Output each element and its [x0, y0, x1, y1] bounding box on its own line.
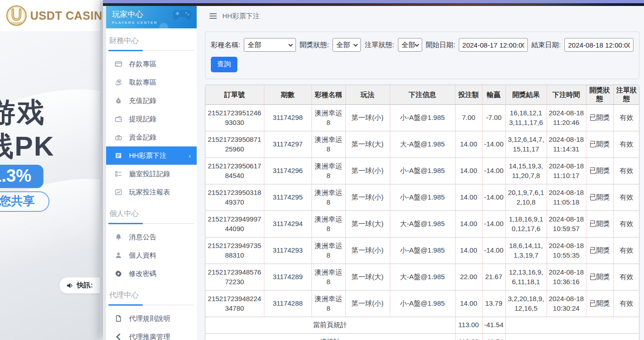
table-row: 215217239508712596031174297澳洲幸运8第一球(大)大-…: [205, 131, 639, 158]
summary-bet-total: 113.00: [455, 317, 482, 334]
column-header-bet-info: 下注信息: [390, 85, 455, 105]
draw-status-select[interactable]: 全部: [333, 38, 361, 52]
table-row: 215217239482243478031174288澳洲幸运8第一球(小)小-…: [205, 291, 639, 317]
cell-play-type: 第一球(大): [345, 131, 390, 158]
section-underline: [108, 223, 194, 224]
background-page: CASINO USDT CASINO 游戏 线PK 1.3% 邀您共享 快訊:: [0, 0, 106, 340]
players-center-drawer: 玩家中心 PLAYERS CENTER 財務中心存款專區取款專區充值記錄提現記錄…: [103, 0, 644, 340]
order-status-select[interactable]: 全部: [398, 38, 422, 52]
cell-draw-status: 已開獎: [586, 291, 613, 317]
table-row: 215217239497358831031174293澳洲幸运8第一球(小)小-…: [205, 237, 639, 264]
wallet-icon: [114, 115, 122, 123]
column-header-draw-status: 開獎狀態: [586, 85, 613, 105]
site-logo[interactable]: CASINO USDT CASINO: [0, 0, 100, 31]
purse-icon: [114, 134, 122, 141]
lottery-list-icon: [114, 152, 122, 160]
cell-period: 31174295: [264, 184, 311, 211]
sidebar-item-label: 消息公告: [129, 233, 156, 242]
cell-win-loss: -14.00: [482, 184, 505, 211]
brand-name: USDT CASINO: [30, 9, 112, 22]
start-date-label: 開始日期:: [426, 41, 455, 49]
section-underline: [108, 50, 194, 51]
cell-bet-amount: 14.00: [455, 158, 482, 184]
cell-bet-info: 大-A盤@1.985: [390, 211, 455, 237]
sidebar-item-玩家投注報表[interactable]: 玩家投注報表: [106, 183, 197, 201]
sidebar-header: 玩家中心 PLAYERS CENTER: [106, 6, 197, 28]
moneybag-icon: [114, 97, 122, 105]
cell-draw-result: 18,6,14,11,1,3,19,7: [505, 237, 547, 264]
cell-bet-time: 2024-08-18 10:59:57: [547, 211, 586, 237]
sidebar-subtitle: PLAYERS CENTER: [112, 21, 192, 25]
sidebar-item-修改密碼[interactable]: 修改密碼: [106, 264, 197, 283]
promo-rate-pill: 1.3%: [0, 165, 43, 188]
cell-bet-time: 2024-08-18 10:55:35: [547, 237, 586, 264]
cell-draw-result: 14,15,19,3,11,20,7,8: [505, 158, 547, 184]
deposit-card-icon: [114, 60, 122, 68]
summary-label: 當前頁統計: [205, 317, 455, 334]
top-purple-strip: [103, 0, 644, 3]
sidebar-item-資金記錄[interactable]: 資金記錄: [106, 128, 197, 146]
summary-win-total: -41.54: [482, 317, 505, 334]
sidebar-item-label: 資金記錄: [129, 133, 156, 142]
cell-bet-time: 2024-08-18 11:14:31: [547, 131, 586, 158]
column-header-bet-amount: 投注額: [455, 85, 482, 105]
cell-lottery-name: 澳洲幸运8: [311, 291, 345, 317]
sidebar-item-取款專區[interactable]: 取款專區: [106, 73, 197, 92]
cell-lottery-name: 澳洲幸运8: [311, 237, 345, 264]
sidebar-sections: 財務中心存款專區取款專區充值記錄提現記錄資金記錄HH彩票下注›廳室投註記錄玩家投…: [106, 36, 197, 340]
cell-play-type: 第一球(小): [345, 105, 390, 131]
sidebar-item-消息公告[interactable]: 消息公告: [106, 228, 197, 246]
cell-win-loss: -14.00: [482, 211, 505, 237]
sidebar-item-存款專區[interactable]: 存款專區: [106, 55, 197, 73]
end-date-input[interactable]: [564, 38, 633, 52]
cell-period: 31174293: [264, 237, 311, 264]
cell-bet-info: 小-A盤@1.985: [390, 158, 455, 184]
sidebar-item-label: 玩家投注報表: [129, 188, 170, 197]
news-ticker[interactable]: 快訊:: [59, 277, 100, 293]
search-button[interactable]: 查詢: [211, 57, 237, 72]
cell-play-type: 第一球(小): [345, 158, 390, 184]
cell-play-type: 第一球(大): [345, 211, 390, 237]
chevron-down-icon: [414, 42, 419, 47]
table-row: 215217239503184937031174295澳洲幸运8第一球(小)小-…: [205, 184, 639, 211]
sidebar-item-代理推廣管理[interactable]: 代理推廣管理: [106, 328, 197, 340]
cell-play-type: 第一球(大): [345, 264, 390, 291]
cell-draw-result: 16,18,12,13,11,1,17,6: [505, 105, 547, 131]
table-row: 215217239512469303031174298澳洲幸运8第一球(小)小-…: [205, 105, 639, 131]
hamburger-icon[interactable]: [209, 13, 217, 19]
sidebar-item-充值記錄[interactable]: 充值記錄: [106, 92, 197, 110]
summary-row: 當前頁統計113.00-41.54: [205, 317, 639, 334]
sidebar-item-廳室投註記錄[interactable]: 廳室投註記錄: [106, 165, 197, 183]
cell-draw-result: 3,2,20,18,9,12,16,5: [505, 291, 547, 317]
sidebar: 玩家中心 PLAYERS CENTER 財務中心存款專區取款專區充值記錄提現記錄…: [106, 6, 197, 340]
cell-lottery-name: 澳洲幸运8: [311, 211, 345, 237]
promo-text-line1: 游戏: [0, 94, 46, 131]
cell-bet-amount: 14.00: [455, 131, 482, 158]
sidebar-item-HH彩票下注[interactable]: HH彩票下注›: [106, 146, 197, 165]
start-date-input[interactable]: [459, 38, 528, 52]
topbar: HH彩票下注: [197, 6, 644, 26]
cell-bet-info: 小-A盤@1.985: [390, 237, 455, 264]
cell-bet-amount: 14.00: [455, 237, 482, 264]
cell-draw-result: 3,12,6,14,7,15,11,17: [505, 131, 547, 158]
cell-period: 31174289: [264, 264, 311, 291]
report-chart-icon: [114, 189, 122, 196]
sidebar-item-代理規則說明[interactable]: 代理規則說明: [106, 309, 197, 328]
column-header-lottery-name: 彩種名稱: [311, 85, 345, 105]
sidebar-item-個人資料[interactable]: 個人資料: [106, 246, 197, 264]
promo-banner: 游戏 线PK 1.3% 邀您共享 快訊:: [0, 31, 100, 340]
column-header-period: 期數: [264, 85, 311, 105]
column-header-play-type: 玩法: [345, 85, 390, 105]
cell-order-status: 有效: [613, 105, 639, 131]
lottery-name-select[interactable]: 全部: [244, 38, 296, 52]
cell-draw-status: 已開獎: [586, 237, 613, 264]
room-record-icon: [114, 170, 122, 178]
sidebar-item-label: 代理推廣管理: [129, 333, 170, 340]
cell-bet-time: 2024-08-18 11:20:46: [547, 105, 586, 131]
bet-table-body: 215217239512469303031174298澳洲幸运8第一球(小)小-…: [205, 105, 639, 340]
sidebar-item-提現記錄[interactable]: 提現記錄: [106, 110, 197, 128]
section-label: 財務中心: [108, 36, 194, 46]
cell-period: 31174298: [264, 105, 311, 131]
cell-play-type: 第一球(小): [345, 237, 390, 264]
summary-bet-total: 113.00: [455, 334, 482, 340]
